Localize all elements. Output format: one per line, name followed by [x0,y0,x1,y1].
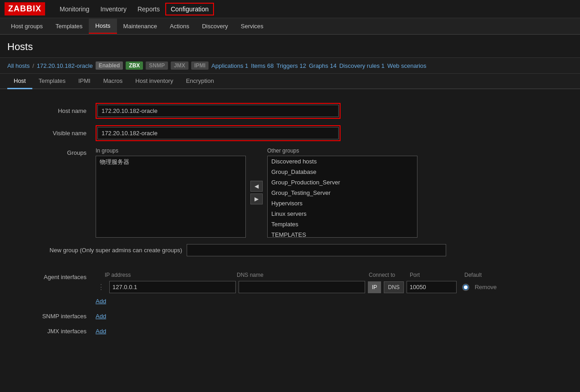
badge-jmx: JMX [171,61,188,70]
other-groups-list[interactable]: Discovered hosts Group_Database Group_Pr… [267,156,417,238]
groups-arrows: ◀ ▶ [250,181,263,204]
agent-add-link[interactable]: Add [96,298,501,305]
subnav-hostgroups[interactable]: Host groups [5,19,49,33]
nav-monitoring[interactable]: Monitoring [54,2,95,16]
tab-host[interactable]: Host [7,74,32,89]
connect-to-col-label: Connect to [369,272,410,278]
other-groups-label: Other groups [267,148,417,154]
in-groups-column: In groups 物理服务器 [96,148,246,238]
ip-address-input[interactable] [109,281,236,293]
page-header: Hosts [0,35,580,58]
stat-items[interactable]: Items 68 [251,62,274,69]
badge-ipmi: IPMI [191,61,209,70]
nav-reports[interactable]: Reports [132,2,165,16]
ip-address-col-label: IP address [105,272,237,278]
in-groups-list[interactable]: 物理服务器 [96,156,246,238]
host-name-wrapper [96,103,341,119]
visible-name-input[interactable] [97,127,339,139]
ip-connect-btn[interactable]: IP [368,281,381,293]
visible-name-wrapper [96,125,341,141]
arrow-right-btn[interactable]: ▶ [250,193,263,204]
tab-host-inventory[interactable]: Host inventory [129,74,179,89]
subnav-services[interactable]: Services [234,19,270,33]
all-hosts-link[interactable]: All hosts [7,62,30,69]
jmx-add-link[interactable]: Add [96,328,106,335]
subnav-maintenance[interactable]: Maintenance [117,19,163,33]
groups-container: In groups 物理服务器 ◀ ▶ Other groups Discove… [96,148,417,238]
visible-name-row: Visible name [14,125,566,141]
dns-name-input[interactable] [239,281,365,293]
jmx-interfaces-row: JMX interfaces Add [14,326,566,335]
snmp-add-link[interactable]: Add [96,313,106,320]
jmx-interfaces-content: Add [96,326,106,335]
other-group-3[interactable]: Group_Testing_Server [268,188,417,198]
dns-connect-btn[interactable]: DNS [384,281,403,293]
subnav-discovery[interactable]: Discovery [196,19,234,33]
default-radio[interactable] [459,284,472,291]
top-nav: ZABBIX Monitoring Inventory Reports Conf… [0,0,580,18]
interfaces-header: IP address DNS name Connect to Port Defa… [96,272,501,278]
subnav-actions[interactable]: Actions [163,19,196,33]
remove-link[interactable]: Remove [475,284,497,290]
other-group-7[interactable]: TEMPLATES [268,229,417,238]
sub-nav: Host groups Templates Hosts Maintenance … [0,18,580,35]
drag-handle[interactable]: ⋮ [96,283,107,291]
port-input[interactable] [407,281,457,293]
badge-enabled: Enabled [96,61,123,70]
stat-triggers[interactable]: Triggers 12 [276,62,306,69]
logo: ZABBIX [5,2,45,15]
radio-inner [464,285,468,289]
snmp-interfaces-label: SNMP interfaces [14,311,86,320]
new-group-label: New group (Only super admins can create … [14,247,182,254]
other-group-2[interactable]: Group_Production_Server [268,177,417,188]
new-group-row: New group (Only super admins can create … [14,244,566,256]
subnav-hosts[interactable]: Hosts [89,19,117,34]
tab-encryption[interactable]: Encryption [179,74,220,89]
agent-interfaces-content: IP address DNS name Connect to Port Defa… [96,272,501,305]
main-content: Host name Visible name Groups In groups … [0,89,580,353]
other-group-1[interactable]: Group_Database [268,167,417,177]
other-group-0[interactable]: Discovered hosts [268,156,417,167]
dns-name-col-label: DNS name [237,272,369,278]
tab-templates[interactable]: Templates [32,74,72,89]
arrow-left-btn[interactable]: ◀ [250,181,263,192]
subnav-templates[interactable]: Templates [49,19,89,33]
default-col-label: Default [464,272,501,278]
groups-row: Groups In groups 物理服务器 ◀ ▶ Other groups … [14,148,566,238]
snmp-interfaces-content: Add [96,311,106,320]
host-name-label: Host name [14,107,86,114]
tab-bar: Host Templates IPMI Macros Host inventor… [0,74,580,89]
host-name-input[interactable] [97,105,339,117]
agent-interface-row-0: ⋮ IP DNS Remove [96,281,501,293]
in-group-item-0[interactable]: 物理服务器 [96,156,245,168]
radio-circle [462,284,469,291]
stat-discovery-rules[interactable]: Discovery rules 1 [339,62,385,69]
nav-inventory[interactable]: Inventory [95,2,132,16]
stat-graphs[interactable]: Graphs 14 [309,62,336,69]
page-title: Hosts [7,41,573,53]
other-group-5[interactable]: Linux servers [268,209,417,219]
other-group-4[interactable]: Hypervisors [268,198,417,209]
agent-interfaces-row: Agent interfaces IP address DNS name Con… [14,272,566,305]
badge-snmp: SNMP [146,61,168,70]
badge-zbx: ZBX [126,61,143,70]
stat-web-scenarios[interactable]: Web scenarios [387,62,427,69]
visible-name-label: Visible name [14,130,86,137]
other-groups-column: Other groups Discovered hosts Group_Data… [267,148,417,238]
nav-configuration[interactable]: Configuration [165,3,214,15]
stat-applications[interactable]: Applications 1 [211,62,248,69]
tab-macros[interactable]: Macros [97,74,129,89]
new-group-input[interactable] [187,244,446,256]
host-name-row: Host name [14,103,566,119]
snmp-interfaces-row: SNMP interfaces Add [14,311,566,320]
breadcrumb-bar: All hosts / 172.20.10.182-oracle Enabled… [0,58,580,74]
jmx-interfaces-label: JMX interfaces [14,326,86,335]
groups-label: Groups [14,148,86,156]
agent-interfaces-label: Agent interfaces [14,272,86,280]
other-group-6[interactable]: Templates [268,219,417,229]
breadcrumb-separator: / [32,62,34,69]
current-host: 172.20.10.182-oracle [37,62,93,69]
tab-ipmi[interactable]: IPMI [72,74,97,89]
in-groups-label: In groups [96,148,246,154]
interfaces-section: Agent interfaces IP address DNS name Con… [0,267,580,344]
